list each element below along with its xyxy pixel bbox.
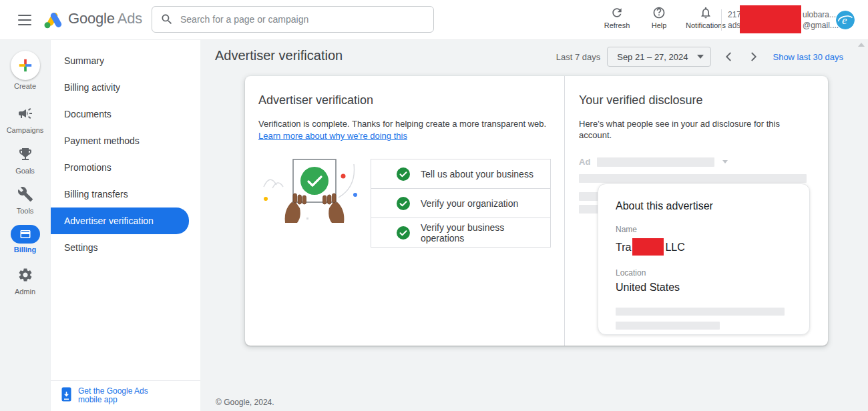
gear-icon [17,267,33,283]
placeholder-bar [597,157,714,167]
rail-item-campaigns[interactable]: Campaigns [0,105,50,134]
nav-item-billing-activity[interactable]: Billing activity [51,74,200,101]
notifications-button[interactable]: Notifications [677,6,734,29]
credit-card-icon [19,228,31,240]
verification-status-pane: Advertiser verification Verification is … [245,76,565,346]
placeholder-bar [579,174,807,183]
location-label: Location [616,268,792,278]
trophy-icon [17,146,33,162]
topbar-divider [721,9,722,31]
rail-item-tools[interactable]: Tools [0,186,50,215]
primary-nav-rail: Create Campaigns Goals Tools Billing Adm… [0,40,50,411]
learn-more-link[interactable]: Learn more about why we're doing this [258,131,407,141]
billing-subnav: Summary Billing activity Documents Payme… [50,40,200,411]
scroll-up-arrow-icon[interactable] [858,43,865,47]
date-range-controls: Last 7 days Sep 21 – 27, 2024 Show last … [556,47,843,67]
checklist-item: Verify your organization [371,188,551,218]
redaction-block [632,238,664,256]
date-range-label: Last 7 days [556,52,601,62]
show-last-30-days-link[interactable]: Show last 30 days [773,52,843,62]
rail-item-billing[interactable]: Billing [0,225,50,254]
date-range-picker[interactable]: Sep 21 – 27, 2024 [607,47,711,67]
placeholder-bar [616,322,720,330]
ad-preview: Ad About this advertiser Name TraLLC Loc… [579,157,815,330]
plus-icon [18,58,33,73]
search-icon [160,13,174,26]
menu-icon[interactable] [18,15,31,25]
nav-item-settings[interactable]: Settings [51,234,200,261]
chevron-down-icon [722,160,728,163]
avatar[interactable]: e [836,11,855,29]
disclosure-title: Your verified disclosure [579,93,815,107]
refresh-icon [610,6,624,19]
checklist-item: Verify your business operations [371,218,551,248]
advertiser-location: United States [616,282,792,294]
check-circle-icon [397,197,410,210]
about-advertiser-title: About this advertiser [616,200,792,212]
page-title: Advertiser verification [215,48,343,63]
google-ads-logo-icon[interactable] [43,9,63,31]
help-icon [652,6,666,19]
verification-checklist: Tell us about your business Verify your … [371,159,551,248]
global-search[interactable] [152,6,434,33]
nav-item-promotions[interactable]: Promotions [51,154,200,181]
nav-item-advertiser-verification[interactable]: Advertiser verification [51,208,189,234]
rail-item-admin[interactable]: Admin [0,267,50,296]
rail-item-goals[interactable]: Goals [0,146,50,175]
product-name: GoogleAds [68,10,142,27]
mobile-phone-icon [61,387,71,402]
verification-illustration [258,156,365,223]
ad-badge: Ad [579,157,590,167]
check-circle-icon [397,226,410,240]
redaction-block [740,5,801,33]
help-button[interactable]: Help [641,6,677,29]
wrench-icon [17,186,33,202]
check-circle-icon [397,167,410,181]
disclosure-pane: Your verified disclosure Here's what peo… [566,76,828,346]
verification-body: Verification is complete. Thanks for hel… [258,118,551,129]
copyright: © Google, 2024. [216,398,274,407]
advertiser-name: TraLLC [616,238,792,256]
nav-item-documents[interactable]: Documents [51,101,200,127]
about-advertiser-card: About this advertiser Name TraLLC Locati… [598,183,810,335]
placeholder-bar [616,308,785,316]
nav-item-billing-transfers[interactable]: Billing transfers [51,181,200,208]
rail-item-create[interactable]: Create [0,51,50,90]
megaphone-icon [17,105,33,121]
search-input[interactable] [180,14,433,25]
disclosure-body: Here's what people see in your ad disclo… [579,118,815,141]
bell-icon [699,6,712,19]
account-email[interactable]: ulobara... @gmail.... [803,9,839,31]
nav-item-summary[interactable]: Summary [51,47,200,74]
top-app-bar: GoogleAds Refresh Help Notifications [0,0,868,40]
next-period-button[interactable] [747,51,759,63]
nav-item-payment-methods[interactable]: Payment methods [51,127,200,154]
refresh-button[interactable]: Refresh [593,6,641,29]
chevron-down-icon [697,55,704,59]
verification-card: Advertiser verification Verification is … [245,76,828,346]
verification-title: Advertiser verification [258,93,551,107]
prev-period-button[interactable] [723,51,735,63]
checklist-item: Tell us about your business [371,159,551,189]
name-label: Name [616,225,792,234]
main-content: Advertiser verification Last 7 days Sep … [200,40,868,411]
mobile-app-link[interactable]: Get the Google Ads mobile app [51,380,201,411]
